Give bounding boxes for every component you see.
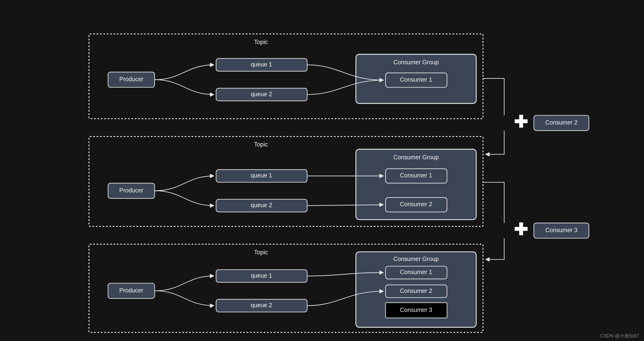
producer-label-3: Producer [119,287,143,294]
conn-p-q1-1 [155,65,214,80]
queue1-label-3: queue 1 [250,272,272,279]
topic-panel-3: Topic Producer queue 1 queue 2 Consumer … [89,244,483,332]
bracket-bottom-1 [486,131,504,154]
add-consumer-2-block: ✚ Consumer 2 [483,78,589,154]
plus-icon: ✚ [514,112,528,131]
consumer1-label-2: Consumer 1 [400,172,432,179]
conn-p-q2-3 [155,291,214,305]
bracket-bottom-2 [486,238,504,259]
queue2-label-3: queue 2 [250,302,272,308]
plus-icon: ✚ [514,220,528,239]
topic-panel-1: Topic Producer queue 1 queue 2 Consumer … [89,34,483,119]
queue2-label-2: queue 2 [250,202,272,208]
consumer2-label-2: Consumer 2 [400,201,432,207]
conn-p-q1-2 [155,176,214,191]
add-consumer3-label: Consumer 3 [545,227,578,233]
bracket-top-1 [483,78,504,115]
consumer-group-title-2: Consumer Group [394,154,439,161]
queue1-label-2: queue 1 [250,172,272,179]
queue1-label-1: queue 1 [250,61,272,68]
producer-label-2: Producer [119,187,143,194]
producer-label-1: Producer [119,76,143,82]
add-consumer-3-block: ✚ Consumer 3 [483,182,589,259]
consumer3-label-3: Consumer 3 [400,306,432,313]
conn-p-q2-1 [155,80,214,95]
consumer-group-title-1: Consumer Group [394,59,439,66]
conn-p-q2-2 [155,191,214,205]
queue2-label-1: queue 2 [250,91,272,97]
bracket-top-2 [483,182,504,223]
consumer1-label-3: Consumer 1 [400,269,432,275]
consumer1-label-1: Consumer 1 [400,76,432,83]
conn-p-q1-3 [155,276,214,291]
consumer2-label-3: Consumer 2 [400,287,432,294]
add-consumer2-label: Consumer 2 [545,119,578,126]
topic-title-1: Topic [254,39,268,45]
consumer-group-title-3: Consumer Group [394,255,439,262]
watermark: CSDN @小道仙97 [600,333,639,338]
topic-title-3: Topic [254,249,268,255]
topic-title-2: Topic [254,141,268,148]
topic-panel-2: Topic Producer queue 1 queue 2 Consumer … [89,136,483,226]
